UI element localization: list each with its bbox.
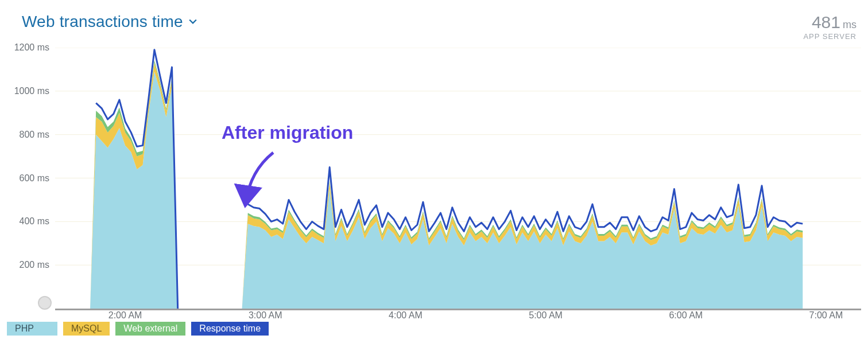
chart-title: Web transactions time bbox=[22, 13, 183, 31]
annotation-label: After migration bbox=[222, 122, 353, 143]
annotation-arrow-icon bbox=[239, 148, 308, 217]
legend-label: MySQL bbox=[63, 322, 110, 336]
y-tick-label: 1000 ms bbox=[14, 86, 49, 96]
legend-label: PHP bbox=[7, 322, 57, 336]
x-tick-label: 3:00 AM bbox=[249, 310, 282, 321]
chevron-down-icon bbox=[189, 18, 197, 26]
stat-sublabel: APP SERVER bbox=[803, 32, 857, 41]
x-tick-label: 6:00 AM bbox=[669, 310, 703, 321]
stat-unit: ms bbox=[843, 19, 857, 30]
x-tick-label: 2:00 AM bbox=[108, 310, 142, 321]
summary-stat: 481ms APP SERVER bbox=[803, 13, 859, 41]
legend-label: Response time bbox=[191, 322, 269, 336]
chart-title-dropdown[interactable]: Web transactions time bbox=[22, 13, 197, 31]
y-tick-label: 800 ms bbox=[20, 130, 49, 140]
y-axis-labels: 200 ms400 ms600 ms800 ms1000 ms1200 ms bbox=[10, 43, 52, 310]
loading-indicator-icon bbox=[38, 296, 52, 310]
legend-item-mysql[interactable]: MySQL bbox=[63, 322, 110, 336]
y-tick-label: 600 ms bbox=[20, 173, 49, 184]
stat-value: 481 bbox=[812, 13, 840, 32]
x-tick-label: 5:00 AM bbox=[529, 310, 563, 321]
x-tick-label: 4:00 AM bbox=[389, 310, 423, 321]
legend-label: Web external bbox=[115, 322, 185, 336]
plot-surface[interactable]: After migration bbox=[55, 48, 861, 310]
legend-item-response[interactable]: Response time bbox=[191, 322, 269, 336]
y-tick-label: 200 ms bbox=[20, 260, 49, 270]
x-axis-labels: 2:00 AM3:00 AM4:00 AM5:00 AM6:00 AM7:00 … bbox=[55, 310, 861, 323]
legend-item-php[interactable]: PHP bbox=[7, 322, 57, 336]
y-tick-label: 1200 ms bbox=[14, 42, 49, 53]
x-tick-label: 7:00 AM bbox=[809, 310, 843, 321]
legend-item-webext[interactable]: Web external bbox=[115, 322, 185, 336]
y-tick-label: 400 ms bbox=[20, 216, 49, 227]
chart-area[interactable]: 200 ms400 ms600 ms800 ms1000 ms1200 ms A… bbox=[10, 43, 861, 318]
